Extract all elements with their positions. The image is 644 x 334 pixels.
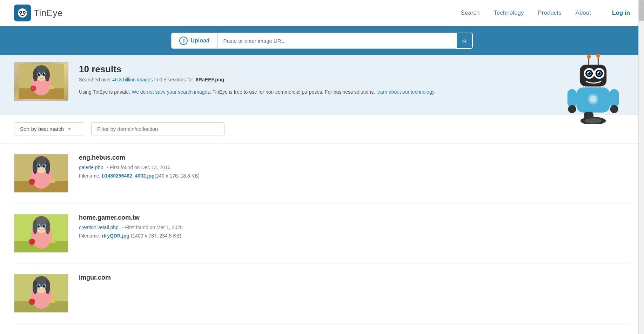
logo-icon: [14, 5, 31, 21]
upload-icon: ⇧: [179, 36, 188, 45]
svg-point-1: [18, 8, 27, 18]
upload-label: Upload: [190, 38, 209, 44]
results-meta: Searched over 46.8 billion images in 0.5…: [79, 77, 630, 82]
results-text-area: 10 results Searched over 46.8 billion im…: [79, 62, 630, 96]
scrollbar-track[interactable]: [638, 0, 644, 323]
svg-point-24: [587, 55, 591, 59]
tech-link[interactable]: learn about our technology: [376, 89, 434, 95]
result-info: eng.hebus.com galerie.php - First found …: [79, 154, 630, 179]
filter-input[interactable]: [91, 122, 224, 135]
table-row: home.gamer.com.tw creationDetail.php - F…: [14, 203, 630, 263]
result-filename-row: Filename: b1480256462_4002.jpg(240 x 176…: [79, 173, 630, 179]
result-info: imgur.com: [79, 274, 630, 284]
result-info: home.gamer.com.tw creationDetail.php - F…: [79, 214, 630, 239]
search-bar-area: ⇧ Upload: [0, 26, 644, 55]
svg-point-26: [596, 54, 600, 58]
search-icon: [462, 37, 467, 45]
result-domain: home.gamer.com.tw: [79, 214, 630, 221]
svg-point-48: [585, 118, 602, 123]
result-page-link[interactable]: galerie.php: [79, 165, 103, 170]
result-thumbnail: [14, 274, 68, 313]
robot-mascot: [563, 54, 623, 124]
chevron-down-icon: ▼: [67, 127, 72, 132]
login-link[interactable]: Log in: [612, 9, 630, 16]
svg-point-84: [33, 280, 38, 294]
privacy-prefix: Using TinEye is private.: [79, 89, 132, 95]
svg-point-62: [29, 179, 35, 185]
svg-point-75: [39, 225, 40, 226]
result-page-link[interactable]: creationDetail.php: [79, 225, 119, 230]
svg-rect-93: [49, 299, 55, 303]
sort-label: Sort by best match: [20, 126, 64, 132]
svg-point-61: [45, 165, 46, 166]
filename-label: Filename:: [79, 233, 102, 239]
result-thumbnail: [14, 154, 68, 193]
result-date: - First found on Dec 13, 2016: [107, 165, 170, 170]
nav-technology[interactable]: Technology: [494, 9, 524, 16]
result-date: - First found on Mar 1, 2020: [122, 225, 183, 230]
result-filename-row: Filename: rIryQDR.jpg (1400 x 787, 234.5…: [79, 233, 630, 239]
scrollbar-thumb[interactable]: [639, 0, 644, 21]
svg-point-76: [45, 225, 46, 226]
query-thumbnail: [14, 62, 68, 101]
svg-point-77: [29, 239, 35, 245]
result-links-row: galerie.php - First found on Dec 13, 201…: [79, 164, 630, 170]
svg-rect-23: [48, 86, 54, 89]
privacy-link[interactable]: We do not save your search images.: [132, 89, 211, 95]
results-info-area: 10 results Searched over 46.8 billion im…: [0, 55, 644, 115]
result-links-row: creationDetail.php - First found on Mar …: [79, 224, 630, 230]
svg-rect-63: [49, 179, 55, 183]
svg-point-85: [45, 280, 50, 294]
svg-point-60: [39, 165, 40, 166]
svg-point-20: [44, 73, 45, 74]
privacy-suffix: TinEye is free to use for non-commercial…: [211, 89, 376, 95]
search-button[interactable]: [456, 33, 473, 49]
header: TinEye Search Technology Products About …: [0, 0, 644, 26]
sort-select[interactable]: Sort by best match ▼: [14, 122, 84, 135]
svg-point-44: [568, 105, 576, 113]
svg-rect-78: [49, 239, 55, 243]
svg-point-92: [29, 299, 35, 305]
filename-link[interactable]: b1480256462_4002.jpg: [102, 173, 154, 179]
svg-point-41: [590, 96, 596, 102]
file-meta: (240 x 176, 18.8 KB): [155, 173, 200, 179]
logo-area: TinEye: [14, 5, 63, 21]
filter-area: Sort by best match ▼: [0, 115, 644, 143]
result-domain: eng.hebus.com: [79, 154, 630, 161]
filename-label: Filename:: [79, 173, 102, 179]
url-input[interactable]: [217, 33, 456, 49]
svg-rect-42: [568, 89, 577, 107]
searched-prefix: Searched over: [79, 77, 112, 82]
svg-point-38: [597, 72, 599, 73]
result-domain: imgur.com: [79, 274, 630, 281]
results-list: eng.hebus.com galerie.php - First found …: [0, 143, 644, 323]
svg-point-4: [20, 12, 21, 13]
table-row: imgur.com: [14, 263, 630, 323]
svg-point-19: [39, 73, 40, 74]
svg-line-7: [465, 41, 466, 43]
filename-link[interactable]: rIryQDR.jpg: [102, 233, 129, 239]
svg-point-13: [33, 69, 38, 81]
svg-point-37: [587, 72, 589, 73]
upload-button[interactable]: ⇧ Upload: [171, 33, 217, 49]
nav-about[interactable]: About: [576, 9, 591, 16]
svg-point-45: [610, 105, 618, 113]
svg-point-90: [39, 285, 40, 286]
billions-link[interactable]: 46.8 billion images: [112, 77, 153, 82]
logo-text: TinEye: [34, 8, 63, 19]
svg-rect-43: [610, 89, 619, 107]
svg-point-55: [45, 160, 50, 174]
nav-products[interactable]: Products: [538, 9, 561, 16]
svg-point-69: [33, 220, 38, 234]
header-nav: Search Technology Products About: [461, 9, 591, 16]
svg-point-5: [24, 12, 25, 13]
svg-point-54: [33, 160, 38, 174]
nav-search[interactable]: Search: [461, 9, 480, 16]
svg-point-70: [45, 220, 50, 234]
result-thumbnail: [14, 214, 68, 253]
svg-point-22: [32, 87, 35, 90]
svg-point-14: [45, 69, 50, 81]
search-filename: 6RaEEF.png: [196, 77, 224, 82]
file-meta: (1400 x 787, 234.5 KB): [129, 233, 181, 239]
table-row: eng.hebus.com galerie.php - First found …: [14, 143, 630, 203]
